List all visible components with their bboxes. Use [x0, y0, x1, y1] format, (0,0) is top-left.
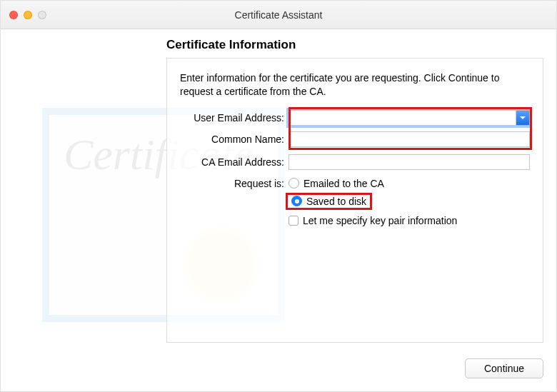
radio-saved-to-disk[interactable]: Saved to disk [288, 194, 369, 208]
close-icon[interactable] [9, 11, 18, 19]
minimize-icon[interactable] [24, 11, 32, 19]
user-email-input[interactable] [289, 110, 516, 126]
section-title: Certificate Information [166, 38, 548, 52]
chevron-down-icon[interactable] [516, 111, 529, 125]
window-title: Certificate Assistant [235, 9, 323, 21]
zoom-icon [38, 11, 46, 19]
common-name-label: Common Name: [180, 134, 288, 145]
content: Certificate Certificate Information Ente… [9, 36, 548, 383]
continue-button[interactable]: Continue [465, 358, 543, 378]
highlight-user-and-common: User Email Address: Common Name: [180, 110, 530, 147]
titlebar: Certificate Assistant [1, 1, 556, 29]
window: Certificate Assistant Certificate Certif… [0, 0, 557, 392]
user-email-label: User Email Address: [180, 112, 288, 124]
traffic-lights [9, 11, 46, 19]
keypair-label: Let me specify key pair information [303, 215, 457, 226]
common-name-input[interactable] [288, 131, 530, 147]
request-is-label: Request is: [180, 176, 288, 189]
radio-icon [288, 178, 299, 189]
ca-email-label: CA Email Address: [180, 156, 288, 168]
radio-icon [291, 196, 302, 206]
footer: Continue [465, 358, 543, 378]
radio-emailed-label: Emailed to the CA [303, 178, 384, 189]
keypair-checkbox-row[interactable]: Let me specify key pair information [288, 213, 530, 228]
user-email-combobox[interactable] [288, 110, 530, 126]
radio-saved-label: Saved to disk [306, 196, 366, 207]
radio-emailed-to-ca[interactable]: Emailed to the CA [288, 176, 530, 191]
ca-email-input[interactable] [288, 154, 530, 170]
checkbox-icon [288, 216, 298, 226]
form-panel: Enter information for the certificate yo… [166, 58, 543, 343]
description-text: Enter information for the certificate yo… [180, 71, 530, 99]
